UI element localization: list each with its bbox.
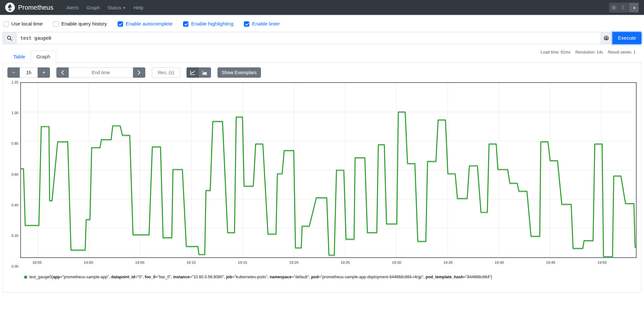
end-time-back-button[interactable] xyxy=(56,67,69,78)
resolution-input[interactable] xyxy=(152,67,180,78)
theme-light-button[interactable] xyxy=(609,3,619,13)
option-use-local-time[interactable]: Use local time xyxy=(3,21,43,27)
navbar: Prometheus AlertsGraphStatus▼Help ☾ ◑ xyxy=(0,0,644,15)
y-axis-tick-label: 1.00 xyxy=(12,111,18,115)
x-axis-tick-label: 19:40 xyxy=(495,261,504,264)
option-label: Use local time xyxy=(11,21,43,27)
option-label: Enable highlighting xyxy=(191,21,233,27)
x-axis-tick-label: 19:05 xyxy=(135,261,145,264)
x-axis-tick-label: 19:25 xyxy=(341,261,350,264)
line-chart-toggle-button[interactable] xyxy=(187,67,199,78)
duration-decrease-button[interactable]: − xyxy=(7,67,20,78)
theme-toggle-group: ☾ ◑ xyxy=(609,3,639,13)
show-exemplars-button[interactable]: Show Exemplars xyxy=(217,67,261,78)
x-axis-tick-label: 19:00 xyxy=(84,261,93,264)
moon-icon: ☾ xyxy=(622,5,626,10)
y-axis-tick-label: 1.20 xyxy=(12,80,18,84)
nav-item-alerts[interactable]: Alerts xyxy=(62,2,82,13)
y-axis-tick-label: 0.40 xyxy=(12,203,18,207)
checkbox-unchecked-icon[interactable] xyxy=(3,21,9,27)
stacked-chart-toggle-button[interactable] xyxy=(199,67,211,78)
y-axis-tick-label: 0.60 xyxy=(12,173,18,176)
chart: 0.000.200.400.600.801.001.20 18:5519:001… xyxy=(6,82,637,266)
x-axis-tick-label: 18:55 xyxy=(33,261,42,264)
chevron-left-icon xyxy=(61,70,64,75)
resolution: Resolution: 14s xyxy=(575,50,603,54)
expression-input[interactable] xyxy=(16,32,600,44)
x-axis-tick-label: 19:15 xyxy=(238,261,247,264)
legend-text: test_gauge0{app="prometheus-sample-app",… xyxy=(29,275,492,279)
checkbox-unchecked-icon[interactable] xyxy=(53,21,59,27)
minus-icon: − xyxy=(12,70,15,75)
graph-controls: − + xyxy=(7,67,637,78)
tab-table[interactable]: Table xyxy=(8,51,31,63)
query-stats: Load time: 91ms Resolution: 14s Result s… xyxy=(541,50,636,54)
option-enable-autocomplete[interactable]: Enable autocomplete xyxy=(118,21,173,27)
y-axis-labels: 0.000.200.400.600.801.001.20 xyxy=(6,82,20,266)
chart-type-toggle xyxy=(187,67,211,78)
globe-icon xyxy=(603,35,609,41)
duration-input[interactable] xyxy=(20,67,38,78)
prometheus-brand[interactable]: Prometheus xyxy=(5,3,53,12)
query-row: Execute xyxy=(3,32,641,44)
series-line xyxy=(21,112,636,257)
tabs-row: Table Graph Load time: 91ms Resolution: … xyxy=(3,49,641,63)
theme-dark-button[interactable]: ☾ xyxy=(619,3,629,13)
option-label: Enable autocomplete xyxy=(126,21,173,27)
checkbox-checked-icon[interactable] xyxy=(183,21,188,27)
legend-swatch xyxy=(24,276,27,279)
x-axis-tick-label: 19:50 xyxy=(597,261,607,264)
checkbox-checked-icon[interactable] xyxy=(244,21,249,27)
y-axis-tick-label: 0.00 xyxy=(12,264,18,268)
nav-item-graph[interactable]: Graph xyxy=(82,2,104,13)
end-time-input[interactable] xyxy=(69,67,133,78)
brand-title: Prometheus xyxy=(18,4,53,11)
x-axis-tick-label: 19:10 xyxy=(187,261,196,264)
x-axis-tick-label: 19:45 xyxy=(546,261,555,264)
x-axis-labels: 18:5519:0019:0519:1019:1519:2019:2519:30… xyxy=(20,258,637,266)
plus-icon: + xyxy=(42,70,45,75)
metrics-explorer-button[interactable] xyxy=(600,32,612,44)
option-enable-linter[interactable]: Enable linter xyxy=(244,21,280,27)
options-row: Use local timeEnable query historyEnable… xyxy=(0,15,644,32)
y-axis-tick-label: 0.20 xyxy=(12,234,18,238)
x-axis-tick-label: 19:30 xyxy=(392,261,401,264)
graph-panel: − + xyxy=(3,63,641,292)
tab-graph[interactable]: Graph xyxy=(31,51,56,63)
result-series: Result series: 1 xyxy=(608,50,636,54)
half-circle-icon: ◑ xyxy=(632,5,635,10)
nav-item-status[interactable]: Status▼ xyxy=(104,2,130,13)
sun-icon xyxy=(611,5,616,10)
nav-item-help[interactable]: Help xyxy=(130,2,147,13)
search-addon xyxy=(3,32,16,44)
duration-increase-button[interactable]: + xyxy=(38,67,50,78)
end-time-group xyxy=(56,67,145,78)
prometheus-logo-icon xyxy=(5,3,15,12)
y-axis-tick-label: 0.80 xyxy=(12,142,18,145)
stacked-area-chart-icon xyxy=(202,70,207,75)
checkbox-checked-icon[interactable] xyxy=(118,21,123,27)
end-time-forward-button[interactable] xyxy=(133,67,145,78)
caret-down-icon: ▼ xyxy=(122,6,126,10)
execute-button[interactable]: Execute xyxy=(612,32,641,44)
theme-auto-button[interactable]: ◑ xyxy=(629,3,639,13)
chevron-right-icon xyxy=(138,70,141,75)
line-chart-icon xyxy=(190,70,195,75)
option-label: Enable linter xyxy=(252,21,280,27)
x-axis-tick-label: 19:20 xyxy=(289,261,299,264)
option-enable-highlighting[interactable]: Enable highlighting xyxy=(183,21,233,27)
expression-input-group: Execute xyxy=(3,32,641,44)
nav-links: AlertsGraphStatus▼Help xyxy=(62,2,609,13)
x-axis-tick-label: 19:35 xyxy=(443,261,453,264)
load-time: Load time: 91ms xyxy=(541,50,570,54)
option-enable-query-history[interactable]: Enable query history xyxy=(53,21,107,27)
plot-area[interactable] xyxy=(20,82,637,258)
series-legend[interactable]: test_gauge0{app="prometheus-sample-app",… xyxy=(24,275,637,279)
search-icon xyxy=(7,35,12,41)
duration-group: − + xyxy=(7,67,50,78)
option-label: Enable query history xyxy=(61,21,107,27)
